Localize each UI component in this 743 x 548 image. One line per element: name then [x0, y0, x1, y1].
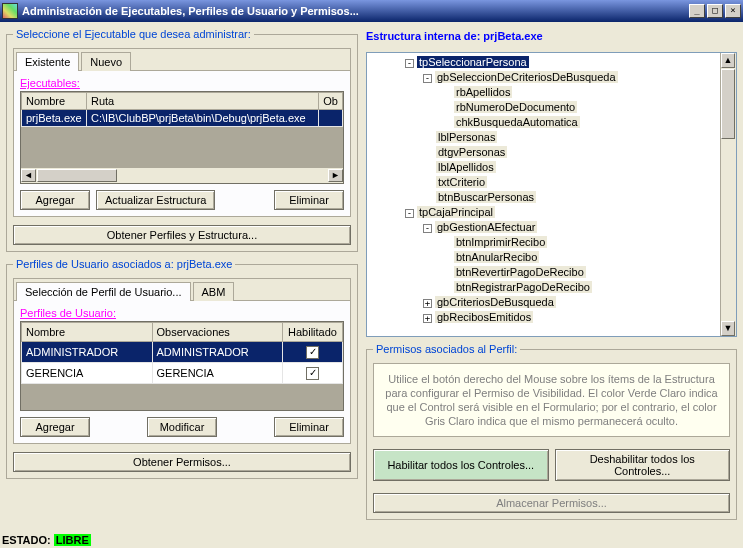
- perf-eliminar-button[interactable]: Eliminar: [274, 417, 344, 437]
- agregar-button[interactable]: Agregar: [20, 190, 90, 210]
- tree-node[interactable]: btnImprimirRecibo: [454, 236, 547, 248]
- habilitar-button[interactable]: Habilitar todos los Controles...: [373, 449, 549, 481]
- tab-existente[interactable]: Existente: [16, 52, 79, 71]
- tree-view[interactable]: -tpSeleccionarPersona -gbSeleccionDeCrit…: [366, 52, 737, 337]
- estructura-title: Estructura interna de: prjBeta.exe: [366, 28, 737, 46]
- perfiles-legend: Perfiles de Usuario asociados a: prjBeta…: [13, 258, 235, 270]
- tab-abm[interactable]: ABM: [193, 282, 235, 301]
- scroll-thumb[interactable]: [721, 69, 735, 139]
- checkbox[interactable]: ✓: [306, 367, 319, 380]
- col-ob[interactable]: Ob: [319, 93, 343, 110]
- tree-collapse-icon[interactable]: -: [423, 74, 432, 83]
- tree-node[interactable]: dtgvPersonas: [436, 146, 507, 158]
- perf-modificar-button[interactable]: Modificar: [147, 417, 217, 437]
- ejecutables-grid[interactable]: Nombre Ruta Ob prjBeta.exe C:\IB\ClubBP\…: [20, 91, 344, 184]
- tree-node[interactable]: gbGestionAEfectuar: [435, 221, 537, 233]
- hscrollbar[interactable]: ◄ ►: [21, 167, 343, 183]
- tree-node[interactable]: lblPersonas: [436, 131, 497, 143]
- scroll-left-icon[interactable]: ◄: [21, 169, 36, 182]
- tree-node[interactable]: lblApellidos: [436, 161, 496, 173]
- col-perf-obs[interactable]: Observaciones: [152, 323, 283, 342]
- executable-group: Seleccione el Ejecutable que desea admin…: [6, 28, 358, 252]
- obtener-permisos-button[interactable]: Obtener Permisos...: [13, 452, 351, 472]
- tree-node[interactable]: tpSeleccionarPersona: [417, 56, 529, 68]
- tree-node[interactable]: rbNumeroDeDocumento: [454, 101, 577, 113]
- status-bar: ESTADO: LIBRE: [2, 534, 91, 546]
- almacenar-button[interactable]: Almacenar Permisos...: [373, 493, 730, 513]
- status-label: ESTADO:: [2, 534, 54, 546]
- scroll-right-icon[interactable]: ►: [328, 169, 343, 182]
- col-ruta[interactable]: Ruta: [87, 93, 319, 110]
- actualizar-button[interactable]: Actualizar Estructura: [96, 190, 215, 210]
- vscrollbar[interactable]: ▲ ▼: [720, 53, 736, 336]
- perfiles-group: Perfiles de Usuario asociados a: prjBeta…: [6, 258, 358, 479]
- tree-node[interactable]: tpCajaPrincipal: [417, 206, 495, 218]
- perfiles-label: Perfiles de Usuario:: [20, 307, 116, 319]
- app-icon: [2, 3, 18, 19]
- tree-expand-icon[interactable]: +: [423, 314, 432, 323]
- titlebar: Administración de Ejecutables, Perfiles …: [0, 0, 743, 22]
- obtener-perfiles-button[interactable]: Obtener Perfiles y Estructura...: [13, 225, 351, 245]
- col-nombre[interactable]: Nombre: [22, 93, 87, 110]
- tree-node[interactable]: gbSeleccionDeCriteriosDeBusqueda: [435, 71, 618, 83]
- permisos-legend: Permisos asociados al Perfil:: [373, 343, 520, 355]
- tree-node[interactable]: btnRegistrarPagoDeRecibo: [454, 281, 592, 293]
- executable-legend: Seleccione el Ejecutable que desea admin…: [13, 28, 254, 40]
- tree-node[interactable]: btnBuscarPersonas: [436, 191, 536, 203]
- permisos-info: Utilice el botón derecho del Mouse sobre…: [373, 363, 730, 437]
- perfiles-tabs: Selección de Perfil de Usuario... ABM Pe…: [13, 278, 351, 444]
- ejecutables-label: Ejecutables:: [20, 77, 80, 89]
- tree-node[interactable]: btnRevertirPagoDeRecibo: [454, 266, 586, 278]
- tree-node[interactable]: chkBusquedaAutomatica: [454, 116, 580, 128]
- scroll-down-icon[interactable]: ▼: [721, 321, 735, 336]
- tree-node[interactable]: gbRecibosEmitidos: [435, 311, 533, 323]
- perfiles-grid[interactable]: Nombre Observaciones Habilitado ADMINIST…: [20, 321, 344, 411]
- table-row[interactable]: ADMINISTRADOR ADMINISTRADOR ✓: [22, 342, 343, 363]
- col-perf-hab[interactable]: Habilitado: [283, 323, 343, 342]
- tree-collapse-icon[interactable]: -: [405, 209, 414, 218]
- tree-node[interactable]: txtCriterio: [436, 176, 487, 188]
- tree-node[interactable]: gbCriteriosDeBusqueda: [435, 296, 556, 308]
- status-value: LIBRE: [54, 534, 91, 546]
- minimize-button[interactable]: _: [689, 4, 705, 18]
- tree-expand-icon[interactable]: +: [423, 299, 432, 308]
- window-title: Administración de Ejecutables, Perfiles …: [22, 5, 689, 17]
- tree-node[interactable]: btnAnularRecibo: [454, 251, 539, 263]
- tree-node[interactable]: rbApellidos: [454, 86, 512, 98]
- perf-agregar-button[interactable]: Agregar: [20, 417, 90, 437]
- tree-collapse-icon[interactable]: -: [423, 224, 432, 233]
- deshabilitar-button[interactable]: Deshabilitar todos los Controles...: [555, 449, 731, 481]
- tab-nuevo[interactable]: Nuevo: [81, 52, 131, 71]
- close-button[interactable]: ×: [725, 4, 741, 18]
- table-row[interactable]: GERENCIA GERENCIA ✓: [22, 363, 343, 384]
- executable-tabs: Existente Nuevo Ejecutables: Nombre Ruta…: [13, 48, 351, 217]
- permisos-group: Permisos asociados al Perfil: Utilice el…: [366, 343, 737, 520]
- checkbox[interactable]: ✓: [306, 346, 319, 359]
- scroll-thumb[interactable]: [37, 169, 117, 182]
- col-perf-nombre[interactable]: Nombre: [22, 323, 153, 342]
- tree-collapse-icon[interactable]: -: [405, 59, 414, 68]
- scroll-up-icon[interactable]: ▲: [721, 53, 735, 68]
- eliminar-button[interactable]: Eliminar: [274, 190, 344, 210]
- tab-seleccion-perfil[interactable]: Selección de Perfil de Usuario...: [16, 282, 191, 301]
- table-row[interactable]: prjBeta.exe C:\IB\ClubBP\prjBeta\bin\Deb…: [22, 110, 343, 127]
- maximize-button[interactable]: □: [707, 4, 723, 18]
